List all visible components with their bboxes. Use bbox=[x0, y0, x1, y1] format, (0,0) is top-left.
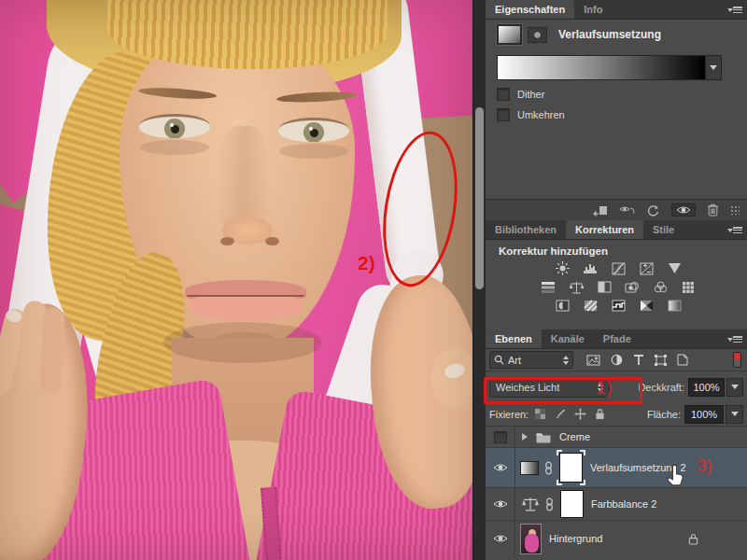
gradient-picker-arrow[interactable] bbox=[706, 55, 722, 80]
adjustment-layer-filter-icon[interactable] bbox=[611, 354, 623, 366]
tab-bibliotheken[interactable]: Bibliotheken bbox=[486, 220, 566, 239]
tab-ebenen[interactable]: Ebenen bbox=[486, 329, 542, 348]
properties-content: Verlaufsumsetzung Dither Umkehren bbox=[486, 20, 747, 199]
visibility-eye-icon[interactable] bbox=[671, 203, 696, 217]
visibility-cell[interactable] bbox=[486, 427, 515, 447]
umkehren-checkbox[interactable] bbox=[497, 108, 510, 121]
layer-mask-thumbnail[interactable] bbox=[559, 453, 583, 483]
channel-mixer-icon[interactable] bbox=[652, 280, 669, 294]
adjustments-content: Korrektur hinzufügen bbox=[486, 240, 747, 329]
gradient-map-thumbnail[interactable] bbox=[497, 24, 522, 45]
black-white-icon[interactable] bbox=[596, 280, 613, 294]
group-expand-icon[interactable] bbox=[522, 433, 531, 441]
document-canvas[interactable]: 2) bbox=[0, 0, 472, 560]
folder-icon bbox=[535, 431, 552, 443]
stepper-icon bbox=[563, 353, 569, 368]
posterize-icon[interactable] bbox=[582, 299, 599, 313]
tab-stile[interactable]: Stile bbox=[643, 220, 684, 239]
lock-label: Fixieren: bbox=[489, 409, 529, 420]
exposure-icon[interactable] bbox=[638, 261, 655, 275]
layer-mask-thumbnail[interactable] bbox=[560, 490, 584, 518]
mask-link-icon bbox=[545, 497, 554, 511]
layer-locked-icon bbox=[688, 533, 698, 545]
selective-color-icon[interactable] bbox=[666, 299, 684, 313]
visibility-cell[interactable] bbox=[486, 448, 515, 487]
layers-tabbar: Ebenen Kanäle Pfade bbox=[486, 329, 747, 349]
annotation-label-2: 2) bbox=[358, 252, 375, 274]
blend-mode-select[interactable]: Weiches Licht bbox=[489, 377, 610, 398]
previous-state-eye-icon[interactable] bbox=[619, 204, 636, 216]
photo-filter-icon[interactable] bbox=[624, 280, 641, 294]
layer-row-hintergrund[interactable]: Hintergrund bbox=[486, 521, 747, 556]
panel-column: Eigenschaften Info Verlaufsumsetzung Dit… bbox=[486, 0, 747, 560]
invert-icon[interactable] bbox=[554, 299, 571, 313]
filter-kind-select[interactable]: Art bbox=[489, 351, 573, 369]
eye-icon bbox=[493, 534, 508, 543]
visibility-cell[interactable] bbox=[486, 488, 515, 520]
tab-eigenschaften[interactable]: Eigenschaften bbox=[486, 0, 574, 19]
lock-paint-brush-icon[interactable] bbox=[554, 409, 566, 420]
layer-filter-row: Art bbox=[486, 349, 747, 371]
adjustments-heading: Korrektur hinzufügen bbox=[499, 245, 738, 257]
blend-mode-row: Weiches Licht Deckkraft: 100% bbox=[486, 371, 747, 402]
background-layer-thumbnail[interactable] bbox=[520, 524, 542, 554]
properties-tabbar: Eigenschaften Info bbox=[486, 0, 747, 20]
dither-checkbox[interactable] bbox=[497, 88, 510, 101]
type-layer-filter-icon[interactable] bbox=[633, 355, 644, 366]
mask-link-icon bbox=[544, 461, 553, 475]
fill-dropdown-arrow[interactable] bbox=[726, 405, 743, 424]
annotation-label-3: 3) bbox=[697, 455, 712, 476]
visibility-cell[interactable] bbox=[486, 521, 515, 556]
opacity-dropdown-arrow[interactable] bbox=[726, 378, 743, 397]
panel-menu-icon[interactable] bbox=[727, 335, 742, 344]
layer-name: Creme bbox=[559, 431, 590, 442]
layer-row-farbbalance-2[interactable]: Farbbalance 2 bbox=[486, 488, 747, 521]
panel-menu-icon[interactable] bbox=[727, 226, 742, 235]
opacity-label: Deckkraft: bbox=[638, 382, 684, 393]
lock-position-move-icon[interactable] bbox=[574, 408, 586, 420]
opacity-value[interactable]: 100% bbox=[688, 378, 725, 397]
brightness-contrast-icon[interactable] bbox=[554, 261, 571, 275]
threshold-icon[interactable] bbox=[610, 299, 627, 313]
properties-footer bbox=[486, 199, 747, 220]
fill-value[interactable]: 100% bbox=[684, 405, 724, 424]
scrollbar-thumb[interactable] bbox=[475, 107, 484, 289]
color-lookup-icon[interactable] bbox=[680, 280, 698, 294]
gradient-map-layer-thumbnail[interactable] bbox=[520, 461, 539, 475]
levels-icon[interactable] bbox=[582, 261, 599, 275]
gradient-map-icon[interactable] bbox=[638, 299, 655, 313]
gradient-bar[interactable] bbox=[497, 55, 706, 80]
panel-menu-icon[interactable] bbox=[727, 6, 742, 15]
layers-list: Creme Verlaufsumsetzung 2 bbox=[486, 427, 747, 556]
vertical-scrollbar[interactable] bbox=[472, 0, 486, 560]
shape-layer-filter-icon[interactable] bbox=[655, 355, 667, 366]
blend-mode-value: Weiches Licht bbox=[496, 382, 559, 393]
filter-toggle-switch[interactable] bbox=[733, 352, 741, 368]
mask-target-icon[interactable] bbox=[528, 27, 547, 43]
pixel-layer-filter-icon[interactable] bbox=[586, 355, 600, 366]
adjustment-title: Verlaufsumsetzung bbox=[558, 28, 661, 41]
smart-object-filter-icon[interactable] bbox=[677, 354, 688, 366]
tab-info[interactable]: Info bbox=[574, 0, 612, 19]
search-icon bbox=[494, 355, 504, 365]
reset-icon[interactable] bbox=[647, 204, 660, 217]
curves-icon[interactable] bbox=[610, 261, 627, 275]
tab-kanaele[interactable]: Kanäle bbox=[542, 329, 594, 348]
color-balance-layer-icon bbox=[521, 497, 540, 511]
clip-to-layer-icon[interactable] bbox=[593, 204, 608, 217]
fill-label: Fläche: bbox=[647, 409, 681, 420]
annotation-label-1: 1) bbox=[596, 377, 613, 399]
umkehren-label: Umkehren bbox=[517, 109, 565, 120]
lock-transparency-icon[interactable] bbox=[535, 409, 545, 419]
color-balance-icon[interactable] bbox=[568, 280, 585, 294]
vibrance-icon[interactable] bbox=[666, 261, 684, 275]
dither-label: Dither bbox=[517, 89, 544, 100]
layer-row-creme[interactable]: Creme bbox=[486, 427, 747, 448]
trash-icon[interactable] bbox=[707, 203, 719, 217]
tab-korrekturen[interactable]: Korrekturen bbox=[566, 220, 643, 239]
panel-resize-grip[interactable] bbox=[730, 205, 740, 215]
lock-row: Fixieren: Fläche: 100% bbox=[486, 402, 747, 427]
tab-pfade[interactable]: Pfade bbox=[594, 329, 641, 348]
lock-all-icon[interactable] bbox=[595, 408, 605, 420]
hue-saturation-icon[interactable] bbox=[540, 280, 557, 294]
